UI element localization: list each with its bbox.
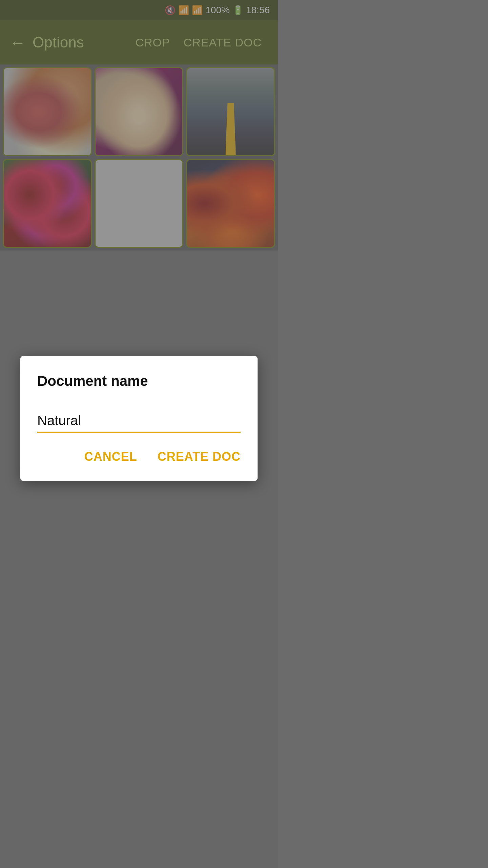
dialog-actions: CANCEL CREATE DOC bbox=[37, 446, 241, 467]
document-name-dialog: Document name CANCEL CREATE DOC bbox=[20, 356, 258, 481]
cancel-button[interactable]: CANCEL bbox=[84, 446, 137, 467]
dialog-title: Document name bbox=[37, 373, 241, 389]
document-name-input-wrapper bbox=[37, 410, 241, 433]
create-doc-button-dialog[interactable]: CREATE DOC bbox=[158, 446, 241, 467]
document-name-input[interactable] bbox=[37, 410, 241, 433]
